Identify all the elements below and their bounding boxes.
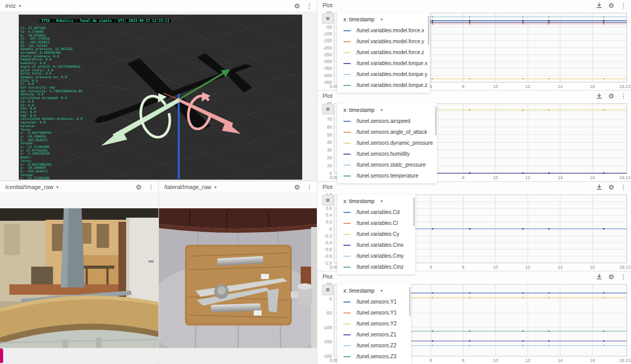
more-menu-icon[interactable]: ⋮ <box>306 184 313 191</box>
plot-legend: x: timestamp ▾ /tunel.variables.model.fo… <box>337 12 430 93</box>
playback-bar[interactable] <box>0 348 317 362</box>
chevron-down-icon: ▾ <box>381 288 383 293</box>
x-tick-label: 18.13 <box>620 84 631 89</box>
rviz-panel-title[interactable]: /rviz <box>5 3 16 9</box>
legend-x-label: x: timestamp <box>343 287 375 294</box>
legend-series-row[interactable]: /tunel.variables.Cmz <box>337 261 415 272</box>
more-menu-icon[interactable]: ⋮ <box>620 184 627 191</box>
series-color-swatch <box>343 334 351 335</box>
download-icon[interactable] <box>596 2 602 8</box>
cenital-camera-image[interactable] <box>0 208 158 348</box>
y-tick-label: 40 <box>327 140 332 145</box>
legend-scrollbar[interactable] <box>428 16 429 45</box>
lateral-camera-body <box>159 193 317 364</box>
legend-x-label: x: timestamp <box>343 107 375 113</box>
gear-icon[interactable]: ⚙ <box>608 273 614 280</box>
plot-panel-title[interactable]: Plot <box>323 93 332 99</box>
x-tick-label: 8 <box>462 84 465 89</box>
3d-viewport[interactable]: ITEA - Robotics - Tunel de viento - UTC:… <box>19 15 302 180</box>
legend-series-row[interactable]: /tunel.variables.model.force.x <box>337 25 430 36</box>
legend-series-row[interactable]: /tunel.sensors.Y2 <box>337 318 411 329</box>
y-tick-label: 0.4 <box>326 212 332 218</box>
plot-panel-sensors: Plot ⚙ ⋮ 90807060504030201000.0024681012… <box>317 91 631 182</box>
gear-icon[interactable]: ⚙ <box>608 93 614 99</box>
legend-series-row[interactable]: /tunel.variables.model.torque.y <box>337 69 430 80</box>
legend-scrollbar[interactable] <box>413 197 415 227</box>
y-tick-label: -50 <box>326 24 332 30</box>
legend-x-label: x: timestamp <box>343 16 375 22</box>
lateral-panel-title[interactable]: /lateral/Image_raw <box>164 184 212 190</box>
legend-series-row[interactable]: /tunel.variables.model.torque.z <box>337 80 430 91</box>
legend-series-row[interactable]: /tunel.sensors.Y1 <box>337 307 411 318</box>
legend-x-selector[interactable]: x: timestamp ▾ <box>337 284 411 296</box>
plot-chart-area[interactable]: 500-50-100-150-200-250-300-350-400-4500.… <box>317 10 631 90</box>
legend-series-row[interactable]: /tunel.variables.Cy <box>337 229 415 240</box>
legend-series-row[interactable]: /tunel.sensors.humidity <box>337 148 437 159</box>
legend-menu-icon[interactable]: ≡ <box>322 195 333 206</box>
plot-chart-area[interactable]: 90807060504030201000.0024681012141618.13… <box>317 101 631 181</box>
legend-series-row[interactable]: /tunel.sensors.Z2 <box>337 340 411 351</box>
plot-panel-title[interactable]: Plot <box>323 184 332 190</box>
download-icon[interactable] <box>596 93 602 99</box>
legend-series-row[interactable]: /tunel.variables.model.torque.x <box>337 58 430 69</box>
hud-line: z: -7.296578228 <box>20 152 171 156</box>
legend-series-row[interactable]: /tunel.sensors.Z3 <box>337 351 411 362</box>
legend-series-row[interactable]: /tunel.sensors.Y1 <box>337 296 411 307</box>
hud-line: Cd: 0.0 <box>20 100 171 104</box>
series-label: /tunel.sensors.temperature <box>356 173 418 179</box>
more-menu-icon[interactable]: ⋮ <box>306 3 313 9</box>
legend-series-row[interactable]: /tunel.variables.model.force.z <box>337 47 430 58</box>
legend-x-selector[interactable]: x: timestamp ▾ <box>337 194 415 207</box>
legend-series-row[interactable]: /tunel.variables.Cmy <box>337 250 415 261</box>
plot-chart-area[interactable]: 1.00.80.60.40.20-0.2-0.4-0.6-0.8-1.00.00… <box>317 192 631 271</box>
y-tick-label: 0 <box>329 227 332 232</box>
legend-series-row[interactable]: /tunel.variables.Cmx <box>337 240 415 250</box>
plot-panel-title[interactable]: Plot <box>323 2 332 8</box>
gear-icon[interactable]: ⚙ <box>294 184 300 191</box>
legend-scrollbar[interactable] <box>409 287 411 316</box>
playback-playhead[interactable] <box>0 348 3 363</box>
more-menu-icon[interactable]: ⋮ <box>620 273 627 280</box>
gear-icon[interactable]: ⚙ <box>294 3 300 9</box>
legend-series-row[interactable]: /tunel.sensors.airspeed <box>337 116 437 127</box>
lateral-camera-image[interactable] <box>159 208 317 348</box>
legend-menu-icon[interactable]: ≡ <box>322 284 333 295</box>
legend-series-row[interactable]: /tunel.variables.model.force.y <box>337 36 430 47</box>
series-color-swatch <box>343 52 351 53</box>
chevron-down-icon: ▾ <box>56 185 58 190</box>
legend-menu-icon[interactable]: ≡ <box>322 13 333 24</box>
series-color-swatch <box>343 302 351 303</box>
plot-chart-area[interactable]: 500-50-100-150-2000.0024681012141618.13 … <box>317 282 631 364</box>
legend-series-row[interactable]: /tunel.variables.Cl <box>337 218 415 229</box>
legend-scrollbar[interactable] <box>435 106 437 135</box>
legend-series-row[interactable]: /tunel.sensors.Z1 <box>337 329 411 340</box>
plot-panel-title[interactable]: Plot <box>323 273 332 280</box>
gear-icon[interactable]: ⚙ <box>608 2 614 9</box>
more-menu-icon[interactable]: ⋮ <box>620 93 627 99</box>
legend-series-row[interactable]: /tunel.variables.Cd <box>337 207 415 218</box>
gear-icon[interactable]: ⚙ <box>135 184 142 191</box>
legend-x-selector[interactable]: x: timestamp ▾ <box>337 12 430 25</box>
hud-line: z: -423.814572 <box>20 139 171 142</box>
legend-series-row[interactable]: /tunel.sensors.temperature <box>337 170 437 181</box>
legend-series-row[interactable]: /tunel.sensors.static_pressure <box>337 159 437 170</box>
cenital-panel-title[interactable]: /cenital/Image_raw <box>5 184 53 190</box>
y-tick-label: 10 <box>327 163 332 168</box>
download-icon[interactable] <box>596 273 602 280</box>
series-label: /tunel.variables.Cmy <box>356 253 404 259</box>
more-menu-icon[interactable]: ⋮ <box>147 184 154 191</box>
more-menu-icon[interactable]: ⋮ <box>620 2 627 9</box>
legend-series-row[interactable]: /tunel.sensors.dynamic_pressure <box>337 137 437 148</box>
y-tick-label: -350 <box>323 66 332 71</box>
download-icon[interactable] <box>596 184 602 190</box>
y-tick-label: 20 <box>327 155 332 160</box>
series-color-swatch <box>343 63 351 64</box>
gear-icon[interactable]: ⚙ <box>608 184 614 191</box>
legend-series-row[interactable]: /tunel.sensors.angle_of_attack <box>337 127 437 137</box>
plot-panel-forces: Plot ⚙ ⋮ 500-50-100-150-200-250-300-350-… <box>317 0 631 91</box>
series-color-swatch <box>343 165 351 166</box>
legend-x-selector[interactable]: x: timestamp ▾ <box>337 103 437 116</box>
plot-legend: x: timestamp ▾ /tunel.variables.Cd/tunel… <box>337 194 415 274</box>
y-tick-label: -100 <box>323 31 332 36</box>
legend-menu-icon[interactable]: ≡ <box>322 104 333 115</box>
